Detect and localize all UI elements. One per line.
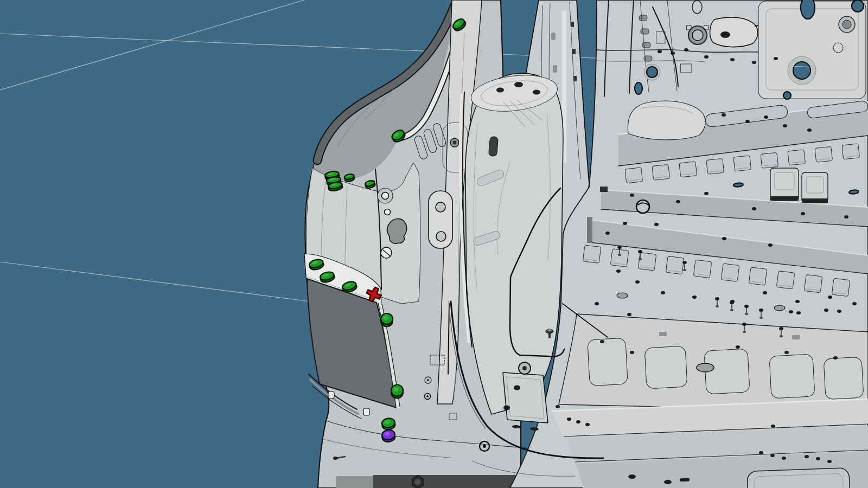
through-hole [647, 67, 658, 78]
through-hole [852, 0, 864, 12]
through-hole [635, 82, 642, 94]
through-hole [801, 0, 815, 19]
through-hole [733, 183, 744, 188]
through-hole [849, 190, 859, 195]
cad-viewport[interactable] [0, 0, 868, 488]
pillar-bracket [429, 191, 452, 248]
weld-marker-green[interactable] [381, 313, 393, 326]
rocker-sill [552, 399, 868, 488]
weld-marker-green[interactable] [391, 385, 403, 399]
through-hole [783, 92, 791, 99]
through-hole [793, 62, 810, 79]
